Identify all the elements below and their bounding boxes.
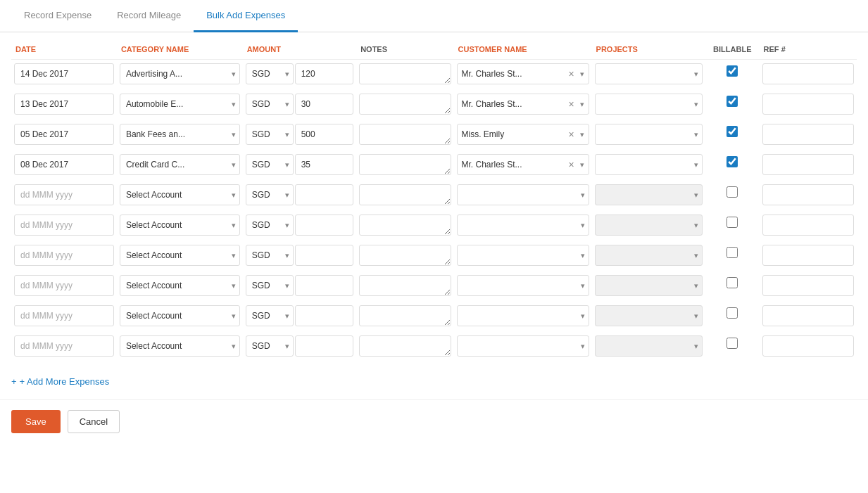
notes-textarea[interactable] [359, 124, 451, 145]
save-button[interactable]: Save [11, 410, 61, 433]
amount-input[interactable] [295, 305, 353, 326]
amount-input[interactable] [295, 184, 353, 205]
notes-textarea[interactable] [359, 245, 451, 266]
amount-input[interactable] [295, 63, 353, 84]
clear-customer-button[interactable]: × [568, 160, 574, 169]
amount-input[interactable] [295, 154, 353, 175]
ref-input[interactable] [762, 305, 854, 326]
amount-input[interactable] [295, 215, 353, 236]
clear-customer-button[interactable]: × [568, 99, 574, 109]
category-select[interactable]: Advertising A... [120, 63, 240, 84]
add-more-expenses[interactable]: ++ Add More Expenses [0, 369, 868, 394]
date-input[interactable] [14, 215, 114, 236]
ref-input[interactable] [762, 215, 854, 236]
billable-checkbox[interactable] [727, 338, 738, 349]
amount-input[interactable] [295, 245, 353, 266]
project-select[interactable] [595, 275, 703, 296]
notes-textarea[interactable] [359, 275, 451, 296]
billable-checkbox[interactable] [727, 96, 738, 107]
date-input[interactable] [14, 124, 114, 145]
currency-select[interactable]: SGD [246, 275, 294, 296]
category-select[interactable]: Select Account [120, 305, 240, 326]
date-input[interactable] [14, 94, 114, 115]
notes-textarea[interactable] [359, 94, 451, 115]
customer-select[interactable] [457, 184, 589, 205]
category-select[interactable]: Bank Fees an... [120, 124, 240, 145]
billable-checkbox[interactable] [727, 247, 738, 258]
notes-textarea[interactable] [359, 154, 451, 175]
currency-select[interactable]: SGD [246, 94, 294, 115]
project-select[interactable] [595, 124, 703, 145]
ref-input[interactable] [762, 184, 854, 205]
date-input[interactable] [14, 154, 114, 175]
billable-checkbox[interactable] [727, 156, 738, 167]
category-select[interactable]: Credit Card C... [120, 154, 240, 175]
date-input[interactable] [14, 305, 114, 326]
ref-input[interactable] [762, 335, 854, 357]
category-select[interactable]: Automobile E... [120, 94, 240, 115]
ref-input[interactable] [762, 94, 854, 115]
currency-select[interactable]: SGD [246, 305, 294, 326]
project-select[interactable] [595, 245, 703, 266]
amount-input[interactable] [295, 124, 353, 145]
notes-textarea[interactable] [359, 63, 451, 84]
clear-customer-button[interactable]: × [568, 129, 574, 139]
billable-checkbox[interactable] [727, 307, 738, 319]
currency-select[interactable]: SGD [246, 124, 294, 145]
category-select[interactable]: Select Account [120, 275, 240, 296]
ref-input[interactable] [762, 63, 854, 84]
billable-checkbox[interactable] [727, 217, 738, 228]
currency-select[interactable]: SGD [246, 154, 294, 175]
customer-select[interactable] [457, 335, 589, 357]
tab-record-mileage[interactable]: Record Mileage [104, 0, 194, 32]
billable-checkbox[interactable] [727, 126, 738, 137]
project-select[interactable] [595, 184, 703, 205]
project-select[interactable] [595, 215, 703, 236]
ref-input[interactable] [762, 154, 854, 175]
date-input[interactable] [14, 245, 114, 266]
notes-textarea[interactable] [359, 184, 451, 205]
ref-input[interactable] [762, 245, 854, 266]
billable-checkbox[interactable] [727, 65, 738, 77]
project-select[interactable] [595, 335, 703, 357]
customer-select[interactable] [457, 275, 589, 296]
notes-textarea[interactable] [359, 335, 451, 357]
project-select[interactable] [595, 63, 703, 84]
ref-input[interactable] [762, 275, 854, 296]
customer-select[interactable] [457, 305, 589, 326]
currency-select[interactable]: SGD [246, 184, 294, 205]
date-input[interactable] [14, 63, 114, 84]
currency-select[interactable]: SGD [246, 245, 294, 266]
billable-checkbox[interactable] [727, 186, 738, 198]
project-select[interactable] [595, 305, 703, 326]
category-select[interactable]: Select Account [120, 245, 240, 266]
tab-bulk-add-expenses[interactable]: Bulk Add Expenses [194, 0, 298, 32]
customer-select[interactable] [457, 245, 589, 266]
tab-record-expense[interactable]: Record Expense [11, 0, 104, 32]
billable-checkbox[interactable] [727, 277, 738, 288]
clear-customer-button[interactable]: × [568, 69, 574, 79]
category-select[interactable]: Select Account [120, 335, 240, 357]
customer-select[interactable]: Mr. Charles St...×▾ [457, 63, 589, 84]
category-select[interactable]: Select Account [120, 184, 240, 205]
notes-textarea[interactable] [359, 215, 451, 236]
currency-select[interactable]: SGD [246, 335, 294, 357]
category-select[interactable]: Select Account [120, 215, 240, 236]
date-input[interactable] [14, 275, 114, 296]
date-input[interactable] [14, 335, 114, 357]
customer-select[interactable]: Mr. Charles St...×▾ [457, 154, 589, 175]
cancel-button[interactable]: Cancel [68, 410, 120, 433]
customer-select[interactable]: Mr. Charles St...×▾ [457, 94, 589, 115]
notes-textarea[interactable] [359, 305, 451, 326]
currency-select[interactable]: SGD [246, 215, 294, 236]
amount-input[interactable] [295, 275, 353, 296]
project-select[interactable] [595, 94, 703, 115]
customer-select[interactable]: Miss. Emily×▾ [457, 124, 589, 145]
currency-select[interactable]: SGD [246, 63, 294, 84]
ref-input[interactable] [762, 124, 854, 145]
customer-select[interactable] [457, 215, 589, 236]
project-select[interactable] [595, 154, 703, 175]
amount-input[interactable] [295, 335, 353, 357]
date-input[interactable] [14, 184, 114, 205]
amount-input[interactable] [295, 94, 353, 115]
